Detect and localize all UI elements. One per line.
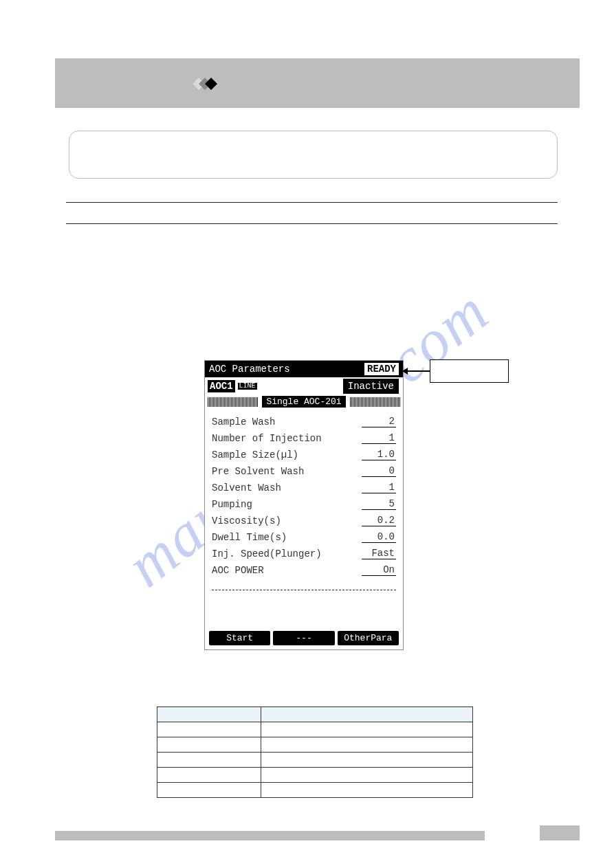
param-value[interactable]: 0.2 [362, 515, 396, 526]
inactive-badge: Inactive [343, 379, 399, 394]
barcode-left [208, 397, 258, 407]
callout-box [430, 359, 509, 383]
line-icon: LINE [238, 383, 257, 390]
barcode-row: Single AOC-20i [205, 395, 403, 410]
footer-bar-left [55, 831, 485, 841]
barcode-right [350, 397, 400, 407]
lcd-header: AOC Parameters READY [205, 361, 403, 377]
param-row: Viscosity(s)0.2 [212, 510, 396, 526]
param-label: Sample Size(µl) [212, 449, 298, 460]
param-value[interactable]: On [362, 564, 396, 576]
table-cell [261, 722, 473, 737]
param-row: Inj. Speed(Plunger)Fast [212, 543, 396, 559]
start-button[interactable]: Start [209, 631, 270, 645]
param-row: Number of Injection1 [212, 427, 396, 444]
table-cell [157, 722, 261, 737]
footer-bar-right [540, 825, 580, 841]
lcd-screenshot: AOC Parameters READY AOC1 LINE Inactive … [204, 360, 404, 650]
otherpara-button[interactable]: OtherPara [338, 631, 399, 645]
table-cell [261, 753, 473, 768]
param-value[interactable]: 1.0 [362, 449, 396, 460]
param-label: Sample Wash [212, 416, 275, 427]
table-cell [261, 737, 473, 753]
param-label: Pre Solvent Wash [212, 466, 304, 477]
table-cell [157, 753, 261, 768]
param-row: Pumping5 [212, 493, 396, 510]
param-value[interactable]: 5 [362, 498, 396, 510]
table-row [157, 768, 473, 783]
lcd-footer: Start --- OtherPara [209, 631, 399, 645]
param-row: Pre Solvent Wash0 [212, 460, 396, 477]
note-box [69, 131, 558, 179]
param-label: Number of Injection [212, 433, 322, 444]
table-header [261, 707, 473, 722]
param-list: Sample Wash2 Number of Injection1 Sample… [205, 410, 403, 577]
barcode-label: Single AOC-20i [262, 396, 345, 408]
param-value[interactable]: 1 [362, 432, 396, 444]
banner-arrow-icon [193, 74, 227, 97]
table-cell [157, 737, 261, 753]
table-row [157, 722, 473, 737]
param-value[interactable]: 0.0 [362, 531, 396, 543]
ready-badge: READY [364, 363, 399, 375]
lcd-subheader: AOC1 LINE Inactive [205, 377, 403, 395]
param-row: Solvent Wash1 [212, 477, 396, 493]
callout-arrow-icon [403, 370, 430, 372]
param-label: Solvent Wash [212, 482, 281, 493]
lcd-title: AOC Parameters [209, 364, 290, 375]
section-rule-top [66, 202, 558, 203]
table-header [157, 707, 261, 722]
table-row [157, 737, 473, 753]
svg-marker-2 [205, 78, 217, 90]
section-rule-bottom [66, 223, 558, 224]
footer-table [157, 706, 473, 798]
table-cell [157, 768, 261, 783]
param-label: Inj. Speed(Plunger) [212, 548, 322, 559]
param-value[interactable]: 1 [362, 482, 396, 493]
dotted-divider [212, 590, 396, 590]
dash-button[interactable]: --- [273, 631, 334, 645]
param-label: Pumping [212, 499, 252, 510]
param-row: Dwell Time(s)0.0 [212, 526, 396, 543]
top-banner [55, 58, 580, 108]
param-label: AOC POWER [212, 565, 264, 576]
table-row [157, 783, 473, 798]
param-row: AOC POWEROn [212, 559, 396, 576]
param-value[interactable]: 0 [362, 465, 396, 477]
table-cell [157, 783, 261, 798]
param-value[interactable]: Fast [362, 548, 396, 559]
aoc1-tag: AOC1 [208, 380, 235, 392]
param-value[interactable]: 2 [362, 416, 396, 427]
param-label: Viscosity(s) [212, 515, 281, 526]
table-cell [261, 783, 473, 798]
param-row: Sample Size(µl)1.0 [212, 444, 396, 460]
table-row [157, 753, 473, 768]
param-label: Dwell Time(s) [212, 532, 287, 543]
table-cell [261, 768, 473, 783]
param-row: Sample Wash2 [212, 411, 396, 427]
